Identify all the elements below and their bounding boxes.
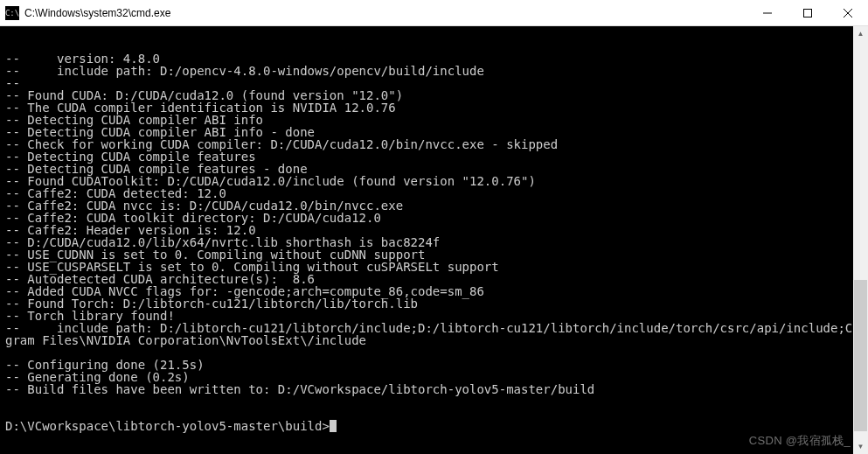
window-title: C:\Windows\system32\cmd.exe (24, 7, 747, 19)
terminal-prompt: D:\VCworkspace\libtorch-yolov5-master\bu… (5, 419, 330, 433)
watermark: CSDN @我宿孤栈_ (749, 433, 851, 449)
minimize-button[interactable] (747, 0, 788, 25)
svg-rect-1 (804, 9, 812, 17)
terminal-prompt-line[interactable]: D:\VCworkspace\libtorch-yolov5-master\bu… (5, 420, 863, 432)
cursor (330, 420, 337, 432)
titlebar[interactable]: C:\ C:\Windows\system32\cmd.exe (0, 0, 868, 26)
maximize-button[interactable] (788, 0, 828, 25)
window-controls (747, 0, 868, 25)
scroll-up-arrow-icon[interactable]: ▲ (853, 26, 868, 41)
terminal[interactable]: -- version: 4.8.0 -- include path: D:/op… (0, 26, 868, 454)
scroll-down-arrow-icon[interactable]: ▼ (853, 439, 868, 454)
scrollbar-thumb[interactable] (854, 280, 867, 431)
scrollbar-track[interactable] (853, 41, 868, 439)
terminal-output: -- version: 4.8.0 -- include path: D:/op… (5, 52, 863, 395)
close-button[interactable] (828, 0, 868, 25)
vertical-scrollbar[interactable]: ▲ ▼ (853, 26, 868, 454)
cmd-icon: C:\ (5, 6, 19, 20)
